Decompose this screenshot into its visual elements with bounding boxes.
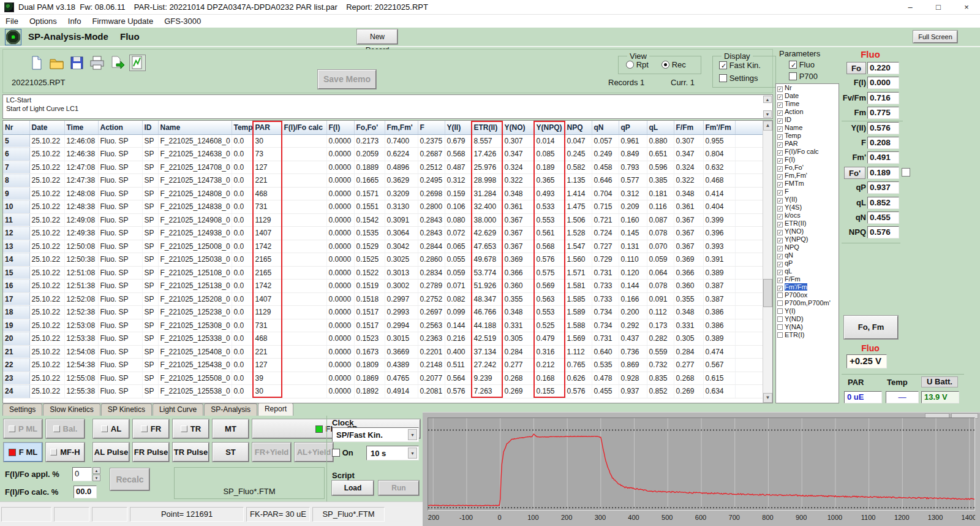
- parameter-item[interactable]: ✓qP: [776, 259, 839, 267]
- parameters-p700-checkbox[interactable]: P700: [789, 72, 818, 81]
- tab-sp-analysis[interactable]: SP-Analysis: [204, 403, 257, 416]
- clock-mode-dropdown[interactable]: SP/Fast Kin. ▼: [332, 427, 419, 442]
- tab-settings[interactable]: Settings: [2, 403, 42, 416]
- tr-pulse-button[interactable]: TR Pulse: [173, 443, 209, 462]
- parameter-item[interactable]: ✓ETR(II): [776, 219, 839, 227]
- fr-button[interactable]: FR: [133, 419, 169, 438]
- script-run-button[interactable]: Run: [379, 481, 419, 495]
- table-row[interactable]: 1025.10.2212:48:38Fluo. SPSPF_221025_124…: [3, 200, 763, 214]
- table-row[interactable]: 1625.10.2212:51:38Fluo. SPSPF_221025_125…: [3, 280, 763, 293]
- menu-item-info[interactable]: Info: [62, 15, 87, 28]
- mf-h-button[interactable]: MF-H: [46, 443, 85, 462]
- parameter-item[interactable]: ✓Time: [776, 100, 839, 108]
- recalc-button[interactable]: Recalc: [110, 468, 149, 490]
- parameter-item[interactable]: ✓F: [776, 188, 839, 196]
- scrollbar-thumb[interactable]: [763, 279, 772, 307]
- table-row[interactable]: 2425.10.2212:55:38Fluo. SPSPF_221025_125…: [3, 385, 763, 398]
- table-row[interactable]: 1125.10.2212:49:08Fluo. SPSPF_221025_124…: [3, 213, 763, 227]
- scroll-down-icon[interactable]: ▼: [763, 393, 772, 403]
- parameter-item[interactable]: Y(ND): [776, 315, 839, 323]
- parameter-item[interactable]: ✓ID: [776, 116, 839, 124]
- table-row[interactable]: 725.10.2212:47:08Fluo. SPSPF_221025_1247…: [3, 161, 763, 174]
- parameter-item[interactable]: ✓F/Fm: [776, 275, 839, 283]
- new-record-button[interactable]: New Record: [357, 29, 398, 44]
- spinner-down-icon[interactable]: ▼: [92, 475, 100, 481]
- scroll-up-icon[interactable]: ▲: [763, 121, 772, 131]
- parameter-item[interactable]: P700ox: [776, 291, 839, 299]
- parameter-item[interactable]: ✓qL: [776, 267, 839, 275]
- parameter-item[interactable]: ✓Name: [776, 124, 839, 132]
- table-row[interactable]: 925.10.2212:48:08Fluo. SPSPF_221025_1248…: [3, 187, 763, 200]
- parameter-item[interactable]: ✓Nr: [776, 84, 839, 92]
- save-memo-button[interactable]: Save Memo: [318, 70, 376, 89]
- parameter-item[interactable]: ✓Temp: [776, 132, 839, 140]
- parameter-item[interactable]: ✓Date: [776, 92, 839, 100]
- fio-appl-input[interactable]: 0: [72, 467, 92, 481]
- parameter-item[interactable]: Y(NA): [776, 323, 839, 331]
- save-icon[interactable]: [69, 55, 85, 71]
- parameter-item[interactable]: ✓Y(NO): [776, 227, 839, 235]
- parameter-item[interactable]: Y(I): [776, 307, 839, 315]
- minimize-button[interactable]: –: [897, 0, 924, 15]
- export-icon[interactable]: [109, 55, 126, 71]
- parameter-item[interactable]: ✓Fm,Fm': [776, 172, 839, 180]
- fio-appl-spinner[interactable]: ▲ ▼: [92, 467, 100, 481]
- parameter-item[interactable]: ✓NPQ: [776, 243, 839, 251]
- table-row[interactable]: 1925.10.2212:53:08Fluo. SPSPF_221025_125…: [3, 319, 763, 332]
- menu-item-options[interactable]: Options: [24, 15, 62, 28]
- al-pulse-button[interactable]: AL Pulse: [93, 443, 129, 462]
- st-button[interactable]: ST: [213, 443, 249, 462]
- fr-pulse-button[interactable]: FR Pulse: [133, 443, 169, 462]
- al-button[interactable]: AL: [93, 419, 129, 438]
- table-row[interactable]: 1825.10.2212:52:38Fluo. SPSPF_221025_125…: [3, 306, 763, 319]
- new-file-icon[interactable]: [28, 55, 45, 71]
- clock-on-checkbox[interactable]: On: [332, 448, 353, 457]
- parameter-item[interactable]: ✓Y(II): [776, 196, 839, 204]
- table-scrollbar[interactable]: ▲ ▼: [763, 121, 772, 403]
- tr-button[interactable]: TR: [173, 419, 209, 438]
- settings-checkbox[interactable]: Settings: [719, 74, 758, 83]
- table-row[interactable]: 525.10.2212:46:08Fluo. SPSPF_221025_1246…: [3, 134, 763, 148]
- parameter-item[interactable]: ✓PAR: [776, 140, 839, 148]
- table-row[interactable]: 2025.10.2212:53:38Fluo. SPSPF_221025_125…: [3, 332, 763, 346]
- spinner-up-icon[interactable]: ▲: [92, 467, 100, 474]
- parameter-item[interactable]: ✓k/ocs: [776, 212, 839, 219]
- clock-interval-dropdown[interactable]: 10 s ▼: [366, 446, 419, 460]
- close-button[interactable]: ×: [953, 0, 980, 15]
- table-row[interactable]: 2225.10.2212:54:38Fluo. SPSPF_221025_125…: [3, 359, 763, 372]
- tab-sp-kinetics[interactable]: SP Kinetics: [101, 403, 152, 416]
- print-icon[interactable]: [89, 55, 105, 71]
- open-folder-icon[interactable]: [48, 55, 65, 71]
- parameters-fluo-checkbox[interactable]: Fluo: [789, 60, 815, 69]
- table-row[interactable]: 1325.10.2212:50:08Fluo. SPSPF_221025_125…: [3, 240, 763, 253]
- parameter-item[interactable]: P700m,P700m': [776, 299, 839, 307]
- table-row[interactable]: 2325.10.2212:55:08Fluo. SPSPF_221025_125…: [3, 372, 763, 385]
- tab-slow-kinetics[interactable]: Slow Kinetics: [43, 403, 100, 416]
- fast-kin-checkbox[interactable]: Fast Kin.: [719, 61, 761, 70]
- p-ml-button[interactable]: P ML: [4, 419, 42, 438]
- fr-yield-button[interactable]: FR+Yield: [252, 443, 291, 462]
- fo-button[interactable]: Fo: [846, 62, 866, 74]
- chart-view-icon[interactable]: [129, 55, 146, 71]
- tab-light-curve[interactable]: Light Curve: [153, 403, 203, 416]
- tab-report[interactable]: Report: [258, 403, 293, 416]
- bal--button[interactable]: Bal.: [46, 419, 85, 438]
- view-rpt-radio[interactable]: Rpt: [626, 60, 649, 69]
- fo-button[interactable]: Fo': [844, 167, 865, 179]
- parameter-item[interactable]: ✓Fo,Fo': [776, 164, 839, 172]
- menu-item-file[interactable]: File: [0, 15, 24, 28]
- parameter-item[interactable]: ✓Fm'/Fm: [776, 283, 839, 291]
- f-ml-button[interactable]: F ML: [4, 443, 42, 462]
- table-row[interactable]: 1725.10.2212:52:08Fluo. SPSPF_221025_125…: [3, 292, 763, 306]
- parameter-item[interactable]: ✓Action: [776, 108, 839, 116]
- parameter-item[interactable]: ✓Y(4S): [776, 204, 839, 212]
- parameter-item[interactable]: ✓F(I)/Fo calc: [776, 148, 839, 156]
- table-row[interactable]: 825.10.2212:47:38Fluo. SPSPF_221025_1247…: [3, 174, 763, 188]
- script-load-button[interactable]: Load: [332, 481, 374, 495]
- table-row[interactable]: 625.10.2212:46:38Fluo. SPSPF_221025_1246…: [3, 148, 763, 161]
- menu-item-firmware-update[interactable]: Firmware Update: [86, 15, 159, 28]
- memo-scroll-up[interactable]: ▲: [763, 96, 772, 103]
- parameter-item[interactable]: ✓qN: [776, 251, 839, 259]
- fo-fm-button[interactable]: Fo, Fm: [844, 316, 898, 339]
- view-rec-radio[interactable]: Rec: [662, 60, 686, 69]
